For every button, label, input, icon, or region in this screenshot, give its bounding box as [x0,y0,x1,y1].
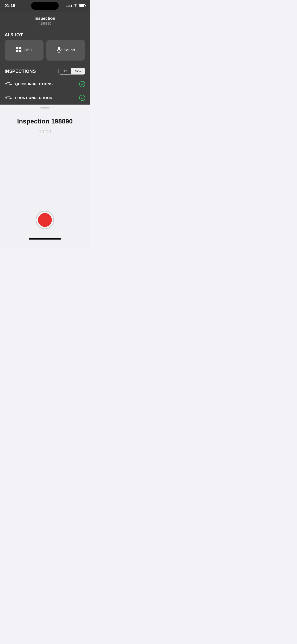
quick-inspection-label: QUICK INSPECTIONS [15,82,76,86]
quick-inspection-status [79,81,85,87]
dynamic-island [31,2,59,10]
battery-icon [79,4,85,7]
front-underhood-label: FRONT UNDERHOOD [15,96,76,100]
front-inspection-status [79,95,85,101]
inspection-row-front[interactable]: FRONT UNDERHOOD [0,91,90,104]
background-screen: Inspection #198890 AI & IOT OBD [0,12,90,104]
sound-card[interactable]: Sound [46,40,85,60]
obd-card[interactable]: OBD [4,40,44,60]
new-toggle-button[interactable]: New [71,68,85,74]
sheet-timer: 00.00 [0,129,90,135]
status-bar: 01:19 [0,0,90,12]
record-button-wrap [0,211,90,234]
inspections-title: INSPECTIONS [4,69,36,74]
record-button[interactable] [36,211,54,229]
sheet-title: Inspection 198890 [0,118,90,125]
status-icons [66,4,85,8]
inspections-header: INSPECTIONS Old New [0,64,90,77]
obd-label: OBD [24,48,32,52]
old-toggle-button[interactable]: Old [59,68,71,74]
toggle-group: Old New [58,68,85,75]
sound-label: Sound [64,48,75,52]
wifi-icon [74,4,77,8]
car-icon-front [4,94,12,101]
inspection-row-quick[interactable]: QUICK INSPECTIONS [0,77,90,91]
car-icon-quick [4,80,12,88]
svg-rect-0 [16,47,18,49]
svg-rect-4 [58,47,60,50]
sheet-handle[interactable] [40,107,50,108]
page-header: Inspection #198890 [0,12,90,29]
sheet-content-area [0,135,90,199]
bottom-sheet: Inspection 198890 00.00 [0,107,90,249]
obd-icon [16,46,22,54]
signal-icon [66,4,72,7]
svg-rect-3 [19,50,22,52]
page-title: Inspection [0,16,90,21]
record-button-inner [38,213,52,227]
home-indicator [29,238,61,240]
svg-rect-2 [16,50,18,52]
ai-cards-container: OBD Sound [0,40,90,64]
ai-section-label: AI & IOT [0,29,90,40]
microphone-icon [57,46,62,54]
page-subtitle: #198890 [0,22,90,25]
svg-rect-1 [19,47,22,49]
status-time: 01:19 [4,4,15,8]
